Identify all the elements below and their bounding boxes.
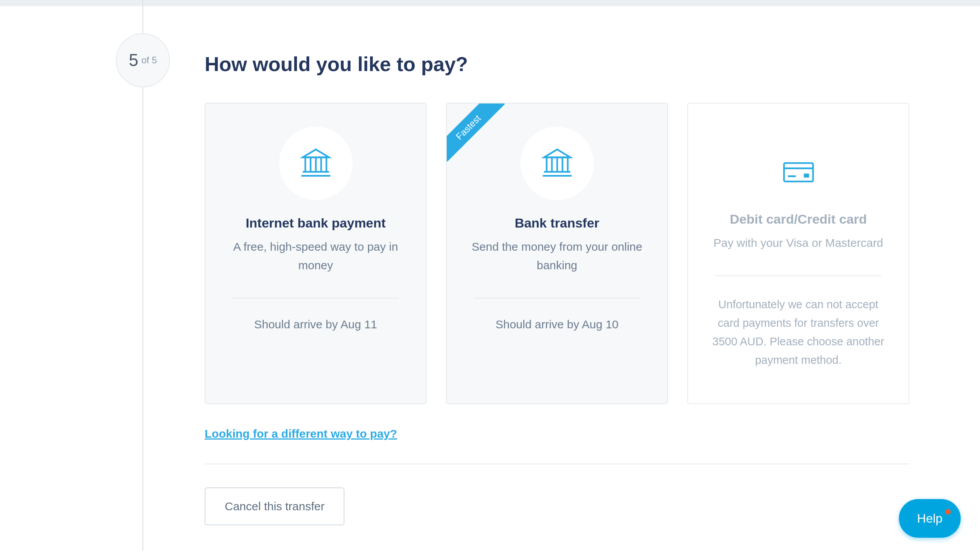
payment-cards-row: Internet bank payment A free, high-speed… xyxy=(205,103,915,404)
credit-card-icon xyxy=(783,161,814,185)
svg-rect-16 xyxy=(784,163,813,182)
svg-rect-19 xyxy=(804,173,809,177)
payment-card-title: Bank transfer xyxy=(466,216,648,231)
payment-card-description: Send the money from your online banking xyxy=(466,238,648,275)
payment-card-bank-transfer[interactable]: Fastest xyxy=(446,103,668,404)
content-wrapper: 5 of 5 How would you like to pay? xyxy=(0,6,980,557)
credit-card-icon-wrapper xyxy=(707,158,889,188)
card-divider xyxy=(715,275,882,276)
bank-icon xyxy=(300,147,332,180)
payment-card-arrival: Should arrive by Aug 11 xyxy=(225,318,407,331)
different-way-link[interactable]: Looking for a different way to pay? xyxy=(205,427,397,440)
step-of-text: of 5 xyxy=(141,55,157,66)
payment-card-title: Internet bank payment xyxy=(225,216,407,231)
top-bar xyxy=(0,0,980,6)
notification-dot-icon xyxy=(945,509,951,515)
bottom-divider xyxy=(205,464,909,464)
payment-card-internet-bank[interactable]: Internet bank payment A free, high-speed… xyxy=(205,103,427,404)
step-indicator: 5 of 5 xyxy=(116,33,170,87)
bank-icon xyxy=(541,147,573,180)
payment-card-arrival: Should arrive by Aug 10 xyxy=(466,318,648,331)
card-divider xyxy=(232,298,399,299)
bank-icon-circle xyxy=(279,127,353,200)
help-button[interactable]: Help xyxy=(899,499,961,538)
fastest-ribbon-label: Fastest xyxy=(447,104,505,161)
payment-card-note: Unfortunately we can not accept card pay… xyxy=(707,295,889,369)
payment-card-title: Debit card/Credit card xyxy=(707,212,889,227)
page-title: How would you like to pay? xyxy=(205,53,915,76)
step-current: 5 xyxy=(129,51,138,70)
payment-card-debit-credit: Debit card/Credit card Pay with your Vis… xyxy=(687,103,909,404)
cancel-transfer-button[interactable]: Cancel this transfer xyxy=(205,487,344,525)
payment-card-description: A free, high-speed way to pay in money xyxy=(225,238,407,275)
progress-line-bottom xyxy=(142,87,143,551)
help-button-label: Help xyxy=(917,511,943,526)
card-divider xyxy=(474,298,640,299)
progress-line-top xyxy=(142,0,143,33)
fastest-ribbon: Fastest xyxy=(447,104,505,161)
payment-card-description: Pay with your Visa or Mastercard xyxy=(707,234,889,252)
bank-icon-circle xyxy=(521,127,594,200)
